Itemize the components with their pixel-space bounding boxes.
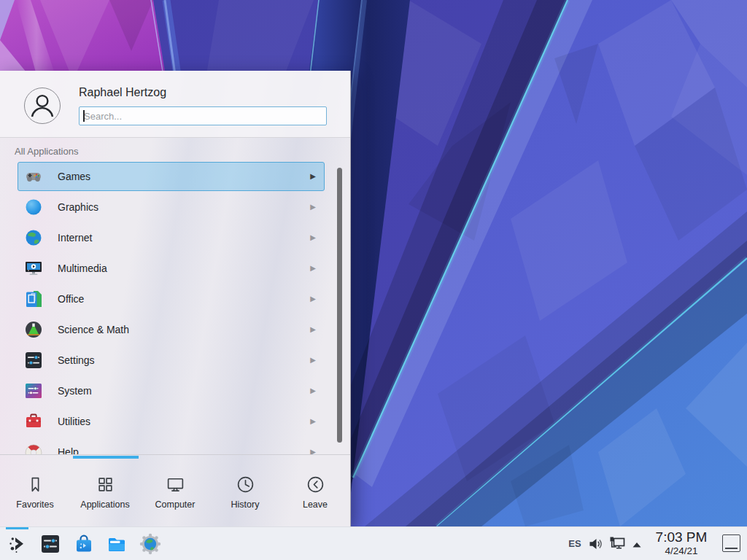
submenu-arrow-icon: ▶ bbox=[310, 234, 316, 241]
file-manager-icon bbox=[106, 533, 128, 555]
section-label: All Applications bbox=[15, 146, 78, 157]
menu-item-graphics[interactable]: Graphics ▶ bbox=[18, 192, 325, 222]
launcher-active-indicator bbox=[6, 527, 28, 529]
settings-icon bbox=[24, 351, 43, 370]
menu-item-label: Settings bbox=[58, 354, 95, 366]
office-icon bbox=[24, 289, 43, 308]
volume-icon[interactable] bbox=[588, 536, 604, 552]
menu-item-label: Help bbox=[58, 446, 79, 454]
web-browser-button[interactable] bbox=[139, 533, 161, 555]
tab-leave[interactable]: Leave bbox=[280, 459, 350, 526]
science-icon bbox=[24, 320, 43, 339]
tab-applications[interactable]: Applications bbox=[70, 459, 140, 526]
menu-item-label: System bbox=[58, 385, 92, 397]
menu-item-internet[interactable]: Internet ▶ bbox=[18, 223, 325, 252]
menu-item-label: Graphics bbox=[58, 201, 98, 213]
file-manager-button[interactable] bbox=[106, 533, 128, 555]
help-icon bbox=[24, 443, 43, 454]
submenu-arrow-icon: ▶ bbox=[310, 173, 316, 180]
submenu-arrow-icon: ▶ bbox=[310, 357, 316, 364]
user-name: Raphael Hertzog bbox=[79, 86, 166, 99]
category-list: Games ▶ Graphics ▶ Intern bbox=[18, 162, 325, 454]
menu-scrollbar[interactable] bbox=[337, 168, 342, 443]
submenu-arrow-icon: ▶ bbox=[310, 387, 316, 394]
submenu-arrow-icon: ▶ bbox=[310, 448, 316, 454]
tabbar-divider bbox=[0, 454, 350, 455]
system-icon bbox=[24, 381, 43, 400]
menu-item-help[interactable]: Help ▶ bbox=[18, 438, 325, 454]
submenu-arrow-icon: ▶ bbox=[310, 295, 316, 303]
menu-item-label: Internet bbox=[58, 232, 92, 244]
favorites-icon bbox=[26, 475, 45, 494]
text-caret bbox=[83, 110, 85, 122]
search-field-wrap bbox=[79, 106, 327, 125]
application-launcher-icon bbox=[7, 533, 28, 555]
show-desktop-button[interactable] bbox=[722, 534, 740, 552]
tab-history[interactable]: History bbox=[210, 459, 280, 526]
applications-icon bbox=[96, 475, 115, 494]
menu-item-label: Multimedia bbox=[58, 262, 107, 274]
application-launcher-menu: Raphael Hertzog All Applications Games ▶ bbox=[0, 71, 351, 526]
network-icon[interactable] bbox=[608, 535, 626, 553]
submenu-arrow-icon: ▶ bbox=[310, 418, 316, 425]
discover-button[interactable] bbox=[73, 533, 95, 555]
menu-item-office[interactable]: Office ▶ bbox=[18, 284, 325, 314]
user-avatar[interactable] bbox=[23, 87, 61, 125]
discover-software-center-icon bbox=[73, 533, 95, 555]
games-icon bbox=[24, 167, 43, 186]
menu-item-utilities[interactable]: Utilities ▶ bbox=[18, 407, 325, 436]
menu-item-settings[interactable]: Settings ▶ bbox=[18, 346, 325, 375]
internet-icon bbox=[24, 228, 43, 247]
menu-item-label: Science & Math bbox=[58, 324, 129, 335]
digital-clock[interactable]: 7:03 PM 4/24/21 bbox=[649, 529, 713, 557]
history-icon bbox=[236, 475, 255, 494]
keyboard-layout-indicator[interactable]: ES bbox=[565, 527, 585, 560]
computer-icon bbox=[166, 475, 185, 494]
taskbar: ES 7:03 PM 4/24/21 bbox=[0, 526, 747, 560]
submenu-arrow-icon: ▶ bbox=[310, 203, 316, 211]
menu-item-system[interactable]: System ▶ bbox=[18, 376, 325, 405]
graphics-icon bbox=[24, 198, 43, 217]
clock-time: 7:03 PM bbox=[649, 529, 713, 545]
submenu-arrow-icon: ▶ bbox=[310, 326, 316, 333]
active-tab-indicator bbox=[73, 456, 139, 459]
system-settings-icon bbox=[39, 533, 61, 555]
tab-bar: Favorites Applications Computer History bbox=[0, 459, 350, 526]
menu-item-label: Utilities bbox=[58, 416, 90, 427]
menu-item-multimedia[interactable]: Multimedia ▶ bbox=[18, 254, 325, 283]
menu-header: Raphael Hertzog bbox=[0, 71, 350, 138]
submenu-arrow-icon: ▶ bbox=[310, 265, 316, 272]
system-settings-button[interactable] bbox=[39, 533, 61, 555]
leave-icon bbox=[306, 475, 325, 494]
search-input[interactable] bbox=[79, 106, 327, 125]
utilities-icon bbox=[24, 412, 43, 431]
tab-computer[interactable]: Computer bbox=[140, 459, 210, 526]
menu-item-games[interactable]: Games ▶ bbox=[18, 162, 325, 191]
menu-item-label: Games bbox=[58, 171, 90, 182]
expand-tray-icon[interactable] bbox=[630, 538, 643, 551]
web-browser-icon bbox=[139, 533, 161, 555]
desktop: Raphael Hertzog All Applications Games ▶ bbox=[0, 0, 747, 560]
application-launcher-button[interactable] bbox=[7, 533, 28, 555]
menu-item-label: Office bbox=[58, 293, 84, 305]
menu-item-science-math[interactable]: Science & Math ▶ bbox=[18, 315, 325, 344]
tab-favorites[interactable]: Favorites bbox=[0, 459, 70, 526]
multimedia-icon bbox=[24, 259, 43, 278]
clock-date: 4/24/21 bbox=[649, 545, 713, 557]
